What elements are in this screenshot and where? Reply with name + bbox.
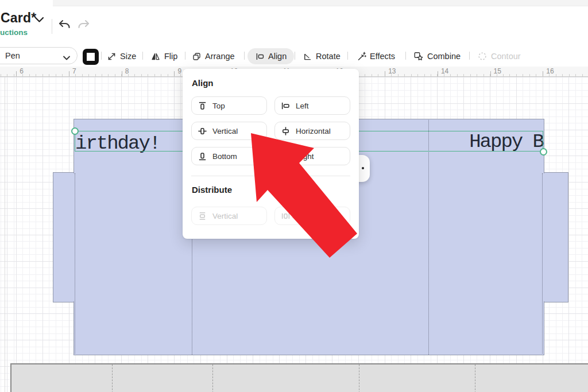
project-title: Card* <box>1 10 36 26</box>
card-left-tab[interactable] <box>53 172 75 302</box>
fold-line-right <box>542 173 543 354</box>
align-top-button[interactable]: Top <box>191 96 267 115</box>
align-top-icon <box>198 101 207 111</box>
align-left-button[interactable]: Left <box>274 96 350 115</box>
distribute-title: Distribute <box>192 185 350 195</box>
ruler-number: 13 <box>388 67 396 75</box>
contour-icon <box>477 51 488 61</box>
align-panel: Align Top Left Vertical Horizontal Botto… <box>183 69 359 239</box>
combine-icon <box>413 51 424 61</box>
ruler-number: 8 <box>125 67 129 75</box>
ruler-number: 14 <box>441 67 448 75</box>
distribute-vertical-button: Vertical <box>191 207 267 225</box>
instructions-link[interactable]: uctions <box>0 28 28 37</box>
resize-icon <box>107 52 117 61</box>
align-vertical-icon <box>198 126 207 136</box>
rotate-icon <box>302 52 312 61</box>
align-horizontal-icon <box>281 126 291 136</box>
selection-handle-bottom-right[interactable] <box>540 148 547 156</box>
align-vertical-button[interactable]: Vertical <box>191 122 267 140</box>
canvas-left-guide <box>5 77 5 392</box>
align-bottom-button[interactable]: Bottom <box>191 147 267 165</box>
ruler-number: 7 <box>72 67 76 75</box>
top-toolbar-area: Card* uctions Pen Size Flip Arrange Alig… <box>0 0 588 67</box>
ruler-number: 15 <box>494 67 501 75</box>
distribute-vertical-icon <box>198 211 207 221</box>
arrange-icon <box>192 52 202 61</box>
chevron-down-icon <box>63 53 71 63</box>
toolbar-contour-button: Contour <box>477 48 521 64</box>
linetype-select[interactable]: Pen <box>0 47 78 64</box>
align-panel-title: Align <box>192 78 350 88</box>
undo-button[interactable] <box>57 19 72 34</box>
align-horizontal-button[interactable]: Horizontal <box>274 122 350 140</box>
align-bottom-icon <box>198 152 207 161</box>
toolbar-align-button[interactable]: Align <box>247 48 294 64</box>
selection-handle-top-left[interactable] <box>71 127 79 135</box>
project-title-chevron-icon[interactable] <box>34 15 44 25</box>
effects-icon <box>356 51 366 61</box>
align-right-button[interactable]: Right <box>274 147 350 165</box>
align-left-icon <box>281 101 291 111</box>
align-icon <box>255 52 265 61</box>
card-right-tab[interactable] <box>543 172 568 302</box>
color-swatch[interactable] <box>83 49 99 65</box>
ruler-number: 9 <box>177 67 181 75</box>
ruler-number: 6 <box>20 67 24 75</box>
distribute-horizontal-button: Horizontal <box>274 207 350 225</box>
fold-line-left <box>75 173 75 354</box>
toolbar-combine-button[interactable]: Combine <box>413 48 461 64</box>
toolbar-rotate-button[interactable]: Rotate <box>302 48 341 64</box>
toolbar-arrange-button[interactable]: Arrange <box>192 48 235 64</box>
toolbar-effects-button[interactable]: Effects <box>356 48 395 64</box>
toolbar-flip-button[interactable]: Flip <box>150 48 177 64</box>
toolbar-size-button[interactable]: Size <box>107 48 136 64</box>
top-edge-strip <box>53 0 588 6</box>
distribute-horizontal-icon <box>281 211 291 221</box>
linetype-value: Pen <box>0 51 20 60</box>
envelope-shape[interactable] <box>10 363 588 392</box>
fold-line-panel2 <box>428 120 429 355</box>
ruler-number: 16 <box>546 67 554 75</box>
align-right-icon <box>281 152 291 161</box>
redo-button <box>76 19 91 34</box>
flip-icon <box>150 52 161 61</box>
